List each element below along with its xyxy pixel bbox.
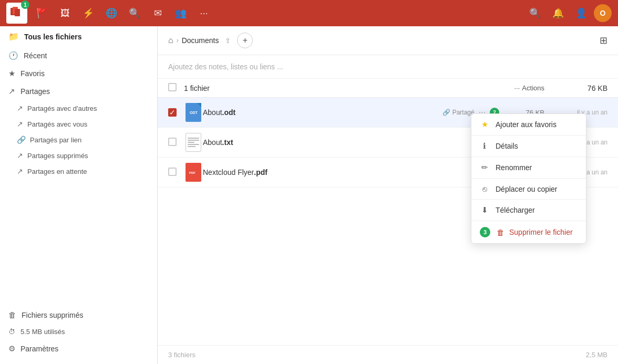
header-size: 76 KB — [544, 84, 607, 92]
sidebar-shares-pending-label: Partages en attente — [27, 168, 87, 175]
share-pending-icon: ↗ — [17, 167, 23, 175]
sidebar-item-all-files[interactable]: 📁 Tous les fichiers — [0, 26, 157, 47]
trash-cm-icon: 🗑 — [496, 228, 505, 237]
sidebar-item-recent[interactable]: 🕐 Récent — [0, 47, 157, 65]
cm-move-copy[interactable]: ⎋ Déplacer ou copier — [471, 179, 586, 199]
breadcrumb: ⌂ › Documents ⇧ + ⊞ — [158, 26, 618, 55]
sidebar-item-shared-with-others[interactable]: ↗ Partagés avec d'autres — [0, 100, 157, 116]
sidebar-item-shared-by-link[interactable]: 🔗 Partagés par lien — [0, 132, 157, 148]
sidebar-item-shares-pending[interactable]: ↗ Partages en attente — [0, 163, 157, 179]
download-cm-icon: ⬇ — [480, 205, 489, 215]
sidebar-item-deleted[interactable]: 🗑 Fichiers supprimés — [0, 306, 157, 324]
sidebar-shared-link-label: Partagés par lien — [30, 136, 81, 144]
file-rows: ✓ ODT About.odt 🔗 Partagé — [158, 98, 618, 345]
file-footer: 3 fichiers 2,5 MB — [158, 345, 618, 364]
file-name-3: Nextcloud Flyer.pdf — [203, 168, 502, 176]
nav-flag-icon[interactable]: 🚩 — [32, 3, 53, 24]
content-area: ⌂ › Documents ⇧ + ⊞ Ajoutez des notes, l… — [158, 26, 618, 364]
breadcrumb-chevron: › — [177, 37, 179, 44]
gear-icon: ⚙ — [8, 344, 15, 353]
nav-search-right-icon[interactable]: 🔍 — [524, 3, 545, 24]
nav-account-icon[interactable]: 👤 — [571, 3, 592, 24]
cm-delete-label: Supprimer le fichier — [509, 228, 573, 236]
cm-add-favorites-label: Ajouter aux favoris — [496, 120, 557, 129]
file-checkbox-3[interactable] — [168, 168, 177, 176]
sidebar-storage: ⏱ 5.5 MB utilisés — [0, 324, 157, 340]
breadcrumb-share-icon[interactable]: ⇧ — [222, 36, 234, 46]
file-icon-pdf: PDF — [184, 163, 203, 182]
row-checkbox-3[interactable] — [168, 168, 184, 178]
sidebar-deleted-label: Fichiers supprimés — [22, 311, 83, 319]
cm-download-label: Télécharger — [496, 206, 535, 214]
file-checkbox-2[interactable] — [168, 138, 177, 146]
sidebar-storage-label: 5.5 MB utilisés — [20, 328, 65, 336]
file-icon-txt — [184, 133, 203, 152]
share-you-icon: ↗ — [17, 120, 23, 128]
cm-download[interactable]: ⬇ Télécharger — [471, 200, 586, 221]
svg-text:ODT: ODT — [190, 111, 198, 115]
add-button[interactable]: + — [237, 33, 253, 48]
top-navigation: ART 1 🚩 🖼 ⚡ 🌐 🔍 ✉ 👥 ··· 🔍 🔔 👤 O — [0, 0, 618, 26]
select-all-checkbox[interactable] — [168, 83, 177, 91]
sidebar-item-shares[interactable]: ↗ Partages — [0, 82, 157, 100]
note-bar[interactable]: Ajoutez des notes, listes ou liens ... — [158, 55, 618, 79]
info-cm-icon: ℹ — [480, 141, 489, 151]
badge-3: 3 — [480, 227, 490, 237]
nav-bell-icon[interactable]: 🔔 — [548, 3, 569, 24]
share-badge-1: 🔗 Partagé — [442, 109, 475, 116]
pencil-cm-icon: ✏ — [480, 163, 489, 172]
header-file-count: 1 fichier — [184, 84, 514, 92]
sidebar-all-files-label: Tous les fichiers — [24, 33, 81, 41]
nav-more-icon[interactable]: ··· — [193, 3, 214, 24]
file-icon-odt: ODT — [184, 103, 203, 122]
sidebar-shared-others-label: Partagés avec d'autres — [27, 105, 97, 112]
actions-button[interactable]: ··· Actions — [514, 84, 544, 92]
share-deleted-icon: ↗ — [17, 151, 23, 160]
sidebar-item-favorites[interactable]: ★ Favoris — [0, 65, 157, 82]
nav-image-icon[interactable]: 🖼 — [55, 3, 76, 24]
nav-mail-icon[interactable]: ✉ — [147, 3, 168, 24]
nav-search-icon[interactable]: 🔍 — [124, 3, 145, 24]
sidebar: 📁 Tous les fichiers 🕐 Récent ★ Favoris ↗… — [0, 26, 158, 364]
file-name-2: About.txt — [203, 138, 502, 147]
footer-count: 3 fichiers — [168, 351, 195, 359]
svg-text:ART: ART — [11, 16, 18, 19]
grid-view-button[interactable]: ⊞ — [600, 35, 607, 46]
header-checkbox[interactable] — [168, 83, 184, 93]
nav-globe-icon[interactable]: 🌐 — [101, 3, 122, 24]
svg-text:PDF: PDF — [189, 171, 195, 174]
actions-label: Actions — [522, 84, 544, 92]
file-list-header: 1 fichier ··· Actions 76 KB — [158, 79, 618, 98]
star-icon: ★ — [8, 69, 15, 78]
cm-details-label: Détails — [496, 142, 518, 150]
nav-users-icon[interactable]: 👥 — [170, 3, 191, 24]
cm-delete[interactable]: 3 🗑 Supprimer le fichier — [471, 221, 586, 243]
sidebar-item-shared-with-you[interactable]: ↗ Partagés avec vous — [0, 116, 157, 132]
clock-icon: 🕐 — [8, 51, 18, 60]
sidebar-item-shares-deleted[interactable]: ↗ Partages supprimés — [0, 148, 157, 163]
home-breadcrumb[interactable]: ⌂ — [168, 36, 173, 45]
share-others-icon: ↗ — [17, 104, 23, 112]
row-checkbox-1[interactable]: ✓ — [168, 108, 184, 117]
sidebar-item-settings[interactable]: ⚙ Paramètres — [0, 340, 157, 358]
avatar[interactable]: O — [594, 4, 612, 22]
table-row[interactable]: ✓ ODT About.odt 🔗 Partagé — [158, 98, 618, 128]
folder-icon: 📁 — [8, 32, 19, 41]
row-checkbox-2[interactable] — [168, 138, 184, 148]
file-name-1: About.odt — [203, 108, 442, 117]
cm-move-copy-label: Déplacer ou copier — [496, 185, 558, 193]
file-checkbox-1[interactable]: ✓ — [168, 108, 177, 117]
share-icon: ↗ — [8, 87, 15, 96]
cm-details[interactable]: ℹ Détails — [471, 136, 586, 157]
breadcrumb-folder[interactable]: Documents — [182, 36, 219, 45]
star-cm-icon: ★ — [480, 120, 489, 129]
cm-rename[interactable]: ✏ Renommer — [471, 157, 586, 178]
cm-add-favorites[interactable]: ★ Ajouter aux favoris — [471, 114, 586, 135]
storage-icon: ⏱ — [8, 328, 15, 336]
logo[interactable]: ART 1 — [6, 3, 27, 24]
trash-icon: 🗑 — [8, 310, 16, 319]
svg-rect-2 — [15, 9, 20, 16]
link-icon: 🔗 — [17, 136, 26, 144]
move-cm-icon: ⎋ — [480, 184, 489, 193]
nav-activity-icon[interactable]: ⚡ — [78, 3, 99, 24]
